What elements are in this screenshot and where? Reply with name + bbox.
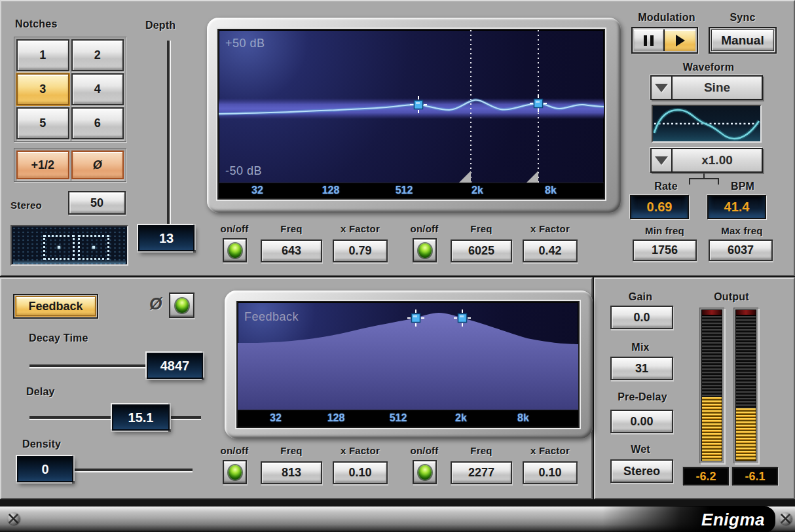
pause-icon [644,35,654,46]
chevron-down-icon[interactable] [652,149,673,171]
axis-tick: 512 [390,412,407,424]
modulation-pause-button[interactable] [634,29,665,51]
led-on-icon [229,465,242,480]
axis-tick: 32 [270,412,282,424]
stereo-matrix-display[interactable] [10,225,128,266]
stereo-label: Stereo [10,200,42,211]
waveform-label: Waveform [671,62,747,73]
waveform-shape-dropdown[interactable]: Sine [650,75,763,100]
gain-button[interactable]: 0.0 [610,306,673,329]
notch-response-plot [219,30,605,185]
notch-button-4[interactable]: 4 [71,73,124,105]
notch-graph-screen[interactable]: +50 dB -50 dB [217,29,605,200]
notch-button-1[interactable]: 1 [16,39,69,71]
min-freq-button[interactable]: 1756 [633,239,697,261]
notch-band2-xfactor-button[interactable]: 0.42 [523,239,578,262]
footer-bar: Enigma [0,506,795,532]
modulation-label: Modulation [629,12,705,24]
phase-icon[interactable]: Ø [149,294,162,313]
sync-label: Sync [718,12,767,24]
feedback-curve-fill [238,313,580,412]
notch-freq-axis: 32 128 512 2k 8k [219,183,604,198]
enigma-plugin-window: Notches 1 2 3 4 5 6 +1/2 Ø Stereo 50 Dep… [0,0,795,532]
notch-button-grid: 1 2 3 4 5 6 [14,37,126,142]
axis-tick: 8k [545,185,557,196]
axis-tick: 2k [471,185,483,196]
feedback-frame: Feedback [13,294,98,319]
feedback-band1-freq-button[interactable]: 813 [261,461,322,484]
xfactor-label: x Factor [333,223,388,234]
axis-tick: 128 [322,185,340,196]
depth-band [219,98,605,119]
max-freq-button[interactable]: 6037 [709,239,773,261]
output-label: Output [702,291,761,303]
notch-button-2[interactable]: 2 [71,39,124,71]
screw-icon [779,512,792,525]
modulation-play-button[interactable] [665,29,695,51]
waveform-display [652,105,762,143]
freq-label: Freq [261,223,322,234]
delay-slider-handle[interactable]: 15.1 [112,404,170,431]
chevron-down-icon[interactable] [652,77,673,99]
feedback-band2-freq-button[interactable]: 2277 [451,461,512,484]
delay-label: Delay [26,386,55,398]
sync-frame: Manual [709,27,777,54]
density-label: Density [22,438,61,450]
notch-button-6[interactable]: 6 [71,107,124,139]
notch-band1-freq-button[interactable]: 643 [261,239,322,262]
feedback-band1-onoff-button[interactable] [223,460,247,484]
predelay-button[interactable]: 0.00 [610,410,673,433]
stereo-value-button[interactable]: 50 [68,191,126,215]
axis-tick: 32 [251,185,263,196]
notch-button-3-active[interactable]: 3 [16,73,69,105]
modulation-transport [631,27,698,54]
notch-button-5[interactable]: 5 [16,107,69,139]
rate-display[interactable]: 0.69 [630,195,689,219]
bpm-display[interactable]: 41.4 [707,195,766,219]
meter-level-right [736,408,756,461]
meter-readout-right: -6.1 [732,467,778,486]
density-slider-handle[interactable]: 0 [17,456,73,482]
notch-band1-xfactor-button[interactable]: 0.79 [333,239,388,262]
feedback-onoff-button[interactable] [169,293,194,318]
rate-bpm-link-icon [689,178,719,185]
axis-tick: 8k [517,412,529,424]
onoff-label: on/off [213,445,255,456]
waveform-shape-value: Sine [673,77,762,99]
notch-band2-freq-button[interactable]: 6025 [451,239,512,262]
feedback-freq-axis: 32 128 512 2k 8k [238,410,578,427]
mix-button[interactable]: 31 [610,357,673,380]
rate-multiplier-dropdown[interactable]: x1.00 [650,148,763,173]
wet-mode-button[interactable]: Stereo [610,459,673,483]
notch-band1-onoff-button[interactable] [223,238,247,262]
stereo-right-square[interactable] [78,235,109,260]
feedback-band2-onoff-button[interactable] [413,460,437,484]
decay-time-slider-handle[interactable]: 4847 [147,353,203,379]
xfactor-label: x Factor [333,445,388,456]
screw-icon [7,512,20,525]
freq-label: Freq [451,223,512,234]
depth-slider-handle[interactable]: 13 [138,225,194,251]
stereo-left-square[interactable] [43,235,75,260]
axis-tick: 512 [396,185,413,196]
brand-capsule: Enigma [602,506,775,532]
depth-slider-track[interactable] [167,41,170,251]
phase-button[interactable]: Ø [71,151,124,179]
led-on-icon [418,465,432,480]
feedback-graph-screen[interactable]: Feedback [236,301,580,428]
axis-tick: 2k [455,412,467,424]
feedback-button[interactable]: Feedback [16,296,96,316]
min-freq-label: Min freq [634,225,695,236]
onoff-label: on/off [213,223,255,234]
sync-mode-button[interactable]: Manual [711,29,774,51]
notches-label: Notches [15,18,58,30]
output-meter-right [733,308,758,463]
led-on-icon [176,298,189,313]
xfactor-label: x Factor [523,223,578,234]
feedback-band1-xfactor-button[interactable]: 0.10 [333,461,388,484]
plus-half-button[interactable]: +1/2 [16,151,69,179]
led-on-icon [418,243,432,258]
mix-label: Mix [612,342,669,353]
feedback-band2-xfactor-button[interactable]: 0.10 [523,461,578,484]
notch-band2-onoff-button[interactable] [413,238,437,262]
